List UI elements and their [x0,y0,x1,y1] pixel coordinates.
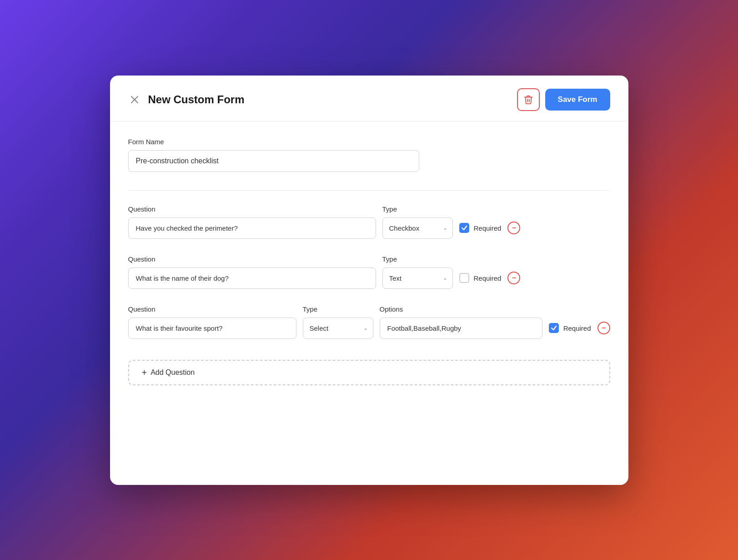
question-2-type-wrapper: Checkbox Text Select ⌄ [382,267,453,289]
delete-button[interactable] [517,88,540,111]
form-name-section: Form Name [128,138,610,172]
question-1-required-group: Required [459,223,502,233]
add-question-label: Add Question [151,368,195,377]
plus-icon: + [142,368,147,377]
question-2-required-label: Required [474,274,502,282]
question-3-required-group: Required [549,323,591,333]
question-1-input[interactable] [128,217,376,239]
modal-body: Form Name Question Type Checkbox Text Se… [110,121,628,404]
question-2-required-checkbox[interactable] [459,273,469,283]
question-3-options-label: Options [380,305,610,313]
question-1-type-select[interactable]: Checkbox Text Select [382,217,453,239]
question-3-required-checkbox[interactable] [549,323,559,333]
question-1-labels: Question Type [128,205,610,213]
modal-title: New Custom Form [148,93,245,106]
question-1-required-checkbox[interactable] [459,223,469,233]
question-3-remove-button[interactable]: − [597,322,610,334]
modal: New Custom Form Save Form Form Name [110,76,628,485]
question-3-input[interactable] [128,318,296,339]
add-question-button[interactable]: + Add Question [128,360,610,385]
form-name-label: Form Name [128,138,610,146]
modal-header: New Custom Form Save Form [110,76,628,121]
close-button[interactable] [128,93,141,106]
question-1-required-label: Required [474,224,502,232]
question-3-labels: Question Type Options [128,305,610,313]
question-2-type-select[interactable]: Checkbox Text Select [382,267,453,289]
question-3-type-select[interactable]: Checkbox Text Select [303,318,373,339]
form-name-input[interactable] [128,150,419,172]
question-2-fields: Checkbox Text Select ⌄ Required − [128,267,610,289]
question-3-fields: Checkbox Text Select ⌄ Required − [128,318,610,339]
question-1-type-label: Type [382,205,446,213]
question-2-remove-button[interactable]: − [507,272,520,284]
question-2-labels: Question Type [128,255,610,263]
question-3-required-label: Required [563,324,591,332]
question-1-question-label: Question [128,205,376,213]
question-row-1: Question Type Checkbox Text Select ⌄ [128,205,610,239]
modal-header-right: Save Form [517,88,610,111]
divider-1 [128,190,610,191]
question-row-3: Question Type Options Checkbox Text Sele… [128,305,610,339]
question-1-remove-button[interactable]: − [507,222,520,234]
question-3-options-input[interactable] [380,318,542,339]
question-2-required-group: Required [459,273,502,283]
question-2-question-label: Question [128,255,376,263]
question-3-question-label: Question [128,305,296,313]
question-row-2: Question Type Checkbox Text Select ⌄ Req… [128,255,610,289]
modal-header-left: New Custom Form [128,93,245,106]
question-3-type-label: Type [303,305,373,313]
question-3-type-wrapper: Checkbox Text Select ⌄ [303,318,373,339]
question-2-type-label: Type [382,255,446,263]
question-1-type-wrapper: Checkbox Text Select ⌄ [382,217,453,239]
save-form-button[interactable]: Save Form [545,89,610,111]
question-1-fields: Checkbox Text Select ⌄ Required − [128,217,610,239]
question-2-input[interactable] [128,267,376,289]
